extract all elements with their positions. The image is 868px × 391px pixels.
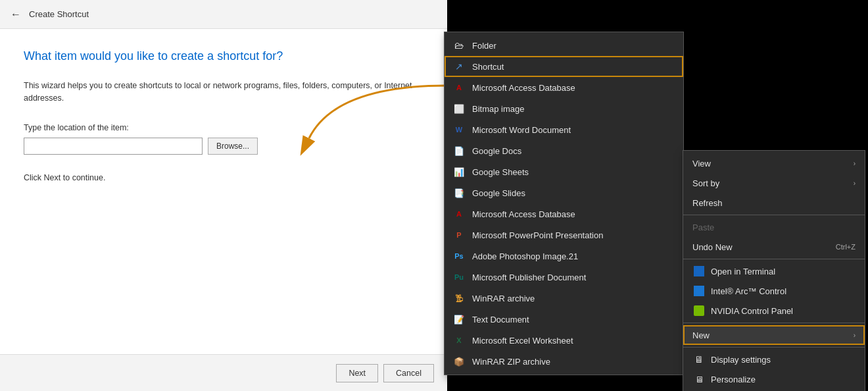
menu-item-access-label: Microsoft Access Database [472, 83, 675, 93]
menu-item-gsheets-label: Google Sheets [472, 167, 675, 177]
ppt-icon: P [452, 228, 466, 242]
menu-item-shortcut-label: Shortcut [472, 62, 675, 72]
browse-button[interactable]: Browse... [208, 138, 258, 155]
context-menu-item-refresh[interactable]: Refresh [683, 193, 865, 213]
menu-item-word[interactable]: W Microsoft Word Document [445, 119, 683, 140]
menu-item-gdocs[interactable]: 📄 Google Docs [445, 140, 683, 161]
menu-item-word-label: Microsoft Word Document [472, 125, 675, 135]
winrar-icon: 🗜 [452, 292, 466, 305]
menu-item-access-db[interactable]: A Microsoft Access Database [445, 77, 683, 98]
menu-item-excel[interactable]: X Microsoft Excel Worksheet [445, 330, 683, 351]
display-settings-icon: 🖥 [692, 353, 706, 366]
terminal-icon [692, 265, 706, 278]
personalize-label: Personalize [711, 375, 856, 384]
location-label: Type the location of the item: [24, 123, 423, 132]
context-menu-item-paste: Paste [683, 217, 865, 237]
context-menu-divider-1 [683, 215, 865, 215]
dialog-content: What item would you like to create a sho… [0, 29, 447, 391]
excel-icon: X [452, 334, 466, 347]
intel-arc-label: Intel® Arc™ Control [711, 286, 856, 296]
terminal-label: Open in Terminal [711, 267, 856, 276]
menu-item-gsheets[interactable]: 📊 Google Sheets [445, 161, 683, 182]
location-input[interactable] [24, 138, 203, 155]
display-settings-label: Display settings [711, 355, 856, 365]
menu-item-bitmap[interactable]: ⬜ Bitmap image [445, 98, 683, 119]
menu-item-gdocs-label: Google Docs [472, 146, 675, 156]
context-menu-divider-2 [683, 259, 865, 259]
gdocs-icon: 📄 [452, 144, 466, 157]
context-menu-item-display-settings[interactable]: 🖥 Display settings [683, 350, 865, 369]
photoshop-icon: Ps [452, 249, 466, 263]
menu-item-txt-label: Text Document [472, 315, 675, 325]
next-button[interactable]: Next [336, 364, 378, 382]
intel-arc-icon [692, 284, 706, 298]
context-menu-item-intel-arc[interactable]: Intel® Arc™ Control [683, 281, 865, 301]
location-row: Browse... [24, 138, 423, 155]
back-arrow-icon[interactable]: ← [11, 9, 21, 20]
dialog-heading: What item would you like to create a sho… [24, 49, 423, 64]
access2-icon: A [452, 207, 466, 221]
context-menu-divider-3 [683, 323, 865, 323]
winrar-zip-icon: 📦 [452, 355, 466, 368]
context-menu: View › Sort by › Refresh Paste Undo New … [683, 150, 865, 391]
view-label: View [692, 159, 848, 169]
sort-by-chevron-icon: › [854, 180, 856, 187]
dialog-titlebar: ← Create Shortcut [0, 0, 447, 29]
gsheets-icon: 📊 [452, 165, 466, 178]
context-menu-item-nvidia[interactable]: NVIDIA Control Panel [683, 301, 865, 321]
menu-item-excel-label: Microsoft Excel Worksheet [472, 336, 675, 346]
menu-item-access-db2[interactable]: A Microsoft Access Database [445, 203, 683, 224]
menu-item-winrar-zip[interactable]: 📦 WinRAR ZIP archive [445, 351, 683, 372]
menu-item-photoshop-label: Adobe Photoshop Image.21 [472, 251, 675, 261]
dialog-title: Create Shortcut [29, 9, 89, 19]
new-label: New [692, 330, 848, 340]
menu-item-winrar-label: WinRAR archive [472, 294, 675, 303]
view-chevron-icon: › [854, 160, 856, 167]
menu-item-bitmap-label: Bitmap image [472, 104, 675, 114]
new-chevron-icon: › [854, 332, 856, 339]
context-menu-item-personalize[interactable]: 🖥 Personalize [683, 369, 865, 389]
menu-item-folder-label: Folder [472, 41, 675, 51]
bitmap-icon: ⬜ [452, 102, 466, 115]
menu-item-txt[interactable]: 📝 Text Document [445, 309, 683, 330]
menu-item-publisher[interactable]: Pu Microsoft Publisher Document [445, 267, 683, 288]
personalize-icon: 🖥 [692, 373, 706, 386]
menu-item-ppt-label: Microsoft PowerPoint Presentation [472, 230, 675, 240]
access-icon: A [452, 81, 466, 94]
context-menu-item-terminal[interactable]: Open in Terminal [683, 261, 865, 281]
context-menu-item-new[interactable]: New › [683, 325, 865, 345]
new-submenu: 🗁 Folder ↗ Shortcut A Microsoft Access D… [444, 32, 684, 375]
menu-item-ppt[interactable]: P Microsoft PowerPoint Presentation [445, 224, 683, 246]
context-menu-item-view[interactable]: View › [683, 153, 865, 173]
menu-item-shortcut[interactable]: ↗ Shortcut [445, 56, 683, 77]
shortcut-icon: ↗ [452, 60, 466, 73]
txt-icon: 📝 [452, 313, 466, 326]
menu-item-winrar-zip-label: WinRAR ZIP archive [472, 357, 675, 367]
menu-item-photoshop[interactable]: Ps Adobe Photoshop Image.21 [445, 246, 683, 267]
menu-item-gslides-label: Google Slides [472, 188, 675, 198]
folder-icon: 🗁 [452, 39, 466, 52]
dialog-description: This wizard helps you to create shortcut… [24, 80, 423, 105]
cancel-button[interactable]: Cancel [383, 364, 434, 382]
click-next-hint: Click Next to continue. [24, 173, 423, 182]
nvidia-label: NVIDIA Control Panel [711, 306, 856, 316]
context-menu-divider-4 [683, 347, 865, 348]
menu-item-publisher-label: Microsoft Publisher Document [472, 273, 675, 282]
undo-new-shortcut: Ctrl+Z [836, 243, 856, 251]
nvidia-icon [692, 304, 706, 317]
refresh-label: Refresh [692, 198, 856, 208]
menu-item-access2-label: Microsoft Access Database [472, 209, 675, 219]
menu-item-gslides[interactable]: 📑 Google Slides [445, 182, 683, 203]
menu-item-winrar[interactable]: 🗜 WinRAR archive [445, 288, 683, 309]
context-menu-item-undo-new[interactable]: Undo New Ctrl+Z [683, 237, 865, 257]
publisher-icon: Pu [452, 271, 466, 284]
word-icon: W [452, 123, 466, 136]
paste-label: Paste [692, 222, 856, 232]
context-menu-item-sort-by[interactable]: Sort by › [683, 173, 865, 193]
undo-new-label: Undo New [692, 242, 831, 252]
menu-item-folder[interactable]: 🗁 Folder [445, 35, 683, 56]
gslides-icon: 📑 [452, 186, 466, 199]
sort-by-label: Sort by [692, 178, 848, 188]
dialog-footer: Next Cancel [0, 354, 447, 391]
